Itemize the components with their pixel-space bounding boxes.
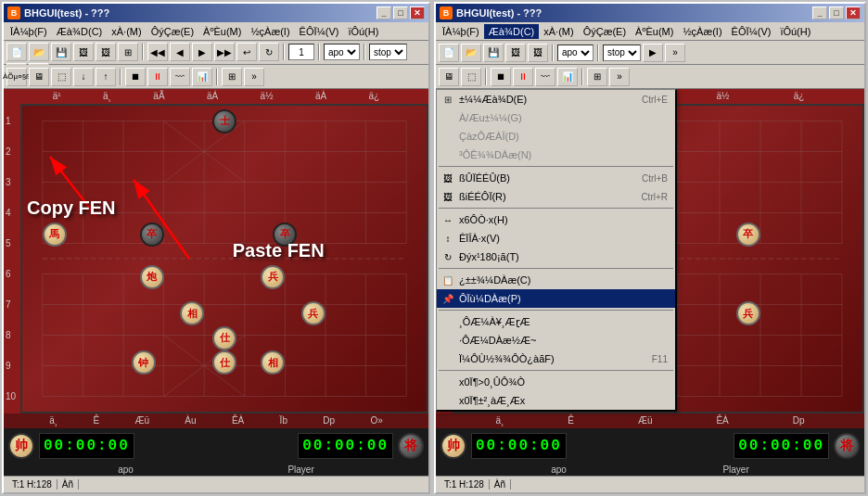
piece-black-pawn1[interactable]: 卒 xyxy=(140,223,164,247)
dropdown-item-7[interactable]: ↕ ÊÏÎÀ·x(V) xyxy=(437,229,675,248)
right-menu-move[interactable]: xÀ·(M) xyxy=(539,24,578,39)
right-tb2-b5[interactable]: 〰 xyxy=(535,68,555,86)
left-menu-view[interactable]: ÊÔÏ¼(V) xyxy=(295,24,344,39)
left-tb-b2[interactable]: 🖼 xyxy=(96,43,116,61)
right-menu-engine[interactable]: ÔýÇæ(E) xyxy=(579,24,631,39)
right-engine-select[interactable]: apo xyxy=(557,45,594,61)
left-tb2-b1[interactable]: ÀÕµ¤§ß xyxy=(6,68,27,86)
right-tb-save[interactable]: 💾 xyxy=(483,44,504,62)
left-close-btn[interactable]: ✕ xyxy=(410,6,425,19)
right-maximize-btn[interactable]: □ xyxy=(829,6,844,19)
right-tb-b1[interactable]: 🖼 xyxy=(505,44,526,62)
right-mode-select[interactable]: stop xyxy=(603,45,641,61)
left-menu-engine[interactable]: ÔýÇæ(E) xyxy=(147,24,198,39)
left-menu-move[interactable]: xÀ·(M) xyxy=(107,24,146,39)
right-menu-view[interactable]: ÊÔÏ¼(V) xyxy=(727,24,776,39)
left-tb2-b3[interactable]: ⬚ xyxy=(51,68,71,86)
dropdown-item-6[interactable]: ↔ x6ÔÒ·x(H) xyxy=(437,210,675,229)
left-tb2-b5[interactable]: ↑ xyxy=(96,68,116,86)
dropdown-item-12[interactable]: x0Ï¶>0¸ÛÔ¾Ò xyxy=(437,373,675,391)
right-piece-soldier[interactable]: 卒 xyxy=(736,223,760,247)
left-tb-b3[interactable]: ⊞ xyxy=(118,43,138,61)
left-tb2-b8[interactable]: 〰 xyxy=(170,68,190,86)
left-tb-b6[interactable]: ▶ xyxy=(192,43,212,61)
left-maximize-btn[interactable]: □ xyxy=(393,6,408,19)
piece-red-guard1[interactable]: 仕 xyxy=(212,326,236,350)
right-timer-bar: 帅 00:00:00 00:00:00 将 xyxy=(436,428,864,464)
left-menu-file[interactable]: ÏÀ¼þ(F) xyxy=(6,24,52,39)
left-move-input[interactable] xyxy=(288,44,314,60)
dropdown-item-10[interactable]: ·ÔÆ¼DÀæ½Æ~ xyxy=(437,331,675,350)
right-piece-bing[interactable]: 兵 xyxy=(736,301,760,325)
left-tb2-b7[interactable]: ⏸ xyxy=(147,68,168,86)
dropdown-item-13[interactable]: x0Ï¶±²¸àÆ¸Æx xyxy=(437,391,675,410)
right-tb-overflow[interactable]: » xyxy=(665,44,685,62)
right-tb2-overflow[interactable]: » xyxy=(609,68,630,86)
piece-black-soldier[interactable]: 士 xyxy=(212,109,236,134)
right-tb-new[interactable]: 📄 xyxy=(439,44,459,62)
right-tb-go[interactable]: ▶ xyxy=(643,44,663,62)
left-tb-b5[interactable]: ◀ xyxy=(170,43,190,61)
piece-red-elephant2[interactable]: 相 xyxy=(261,350,285,375)
dropdown-item-copy[interactable]: 📋 ¿±±¾¼DÀæ(C) xyxy=(437,271,675,289)
left-tb2-b9[interactable]: 📊 xyxy=(192,68,212,86)
right-tb2-b4[interactable]: ⏸ xyxy=(513,68,533,86)
left-tb-b9[interactable]: ↻ xyxy=(259,43,279,61)
left-minimize-btn[interactable]: _ xyxy=(377,6,391,19)
left-menu-help[interactable]: ïÔú(H) xyxy=(343,24,383,39)
left-tb2-b6[interactable]: ⏹ xyxy=(125,68,146,86)
dropdown-item-0[interactable]: ⊞ ±¼¼Æà¾D(E) Ctrl+E xyxy=(437,90,675,108)
dropdown-item-3: ³ÔÊ¾¾DÀæ(N) xyxy=(437,146,675,164)
left-tb2-b2[interactable]: 🖥 xyxy=(29,68,49,86)
left-title-bar: B BHGUI(test) - ??? _ □ ✕ xyxy=(4,4,428,22)
right-tb2-b3[interactable]: ⏹ xyxy=(491,68,511,86)
dropdown-item-8[interactable]: ↻ Ðýx¹180¡ã(T) xyxy=(437,248,675,266)
left-menu-options[interactable]: ÀºÈu(M) xyxy=(198,24,246,39)
left-tb-b1[interactable]: 🖼 xyxy=(73,43,94,61)
left-tb-b7[interactable]: ▶▶ xyxy=(214,43,235,61)
left-tb2-b10[interactable]: ⊞ xyxy=(222,68,242,86)
left-tb-new[interactable]: 📄 xyxy=(6,43,27,61)
piece-red-guard2[interactable]: 仕 xyxy=(212,350,236,375)
right-tb-open[interactable]: 📂 xyxy=(461,44,481,62)
right-tb2-b1[interactable]: 🖥 xyxy=(439,68,459,86)
left-engine-select[interactable]: apo xyxy=(324,44,360,60)
piece-red-soldier2[interactable]: 兵 xyxy=(301,301,326,325)
left-tb2-b4[interactable]: ↓ xyxy=(73,68,94,86)
right-tb2-b6[interactable]: 📊 xyxy=(557,68,578,86)
right-status-text: T:1 H:128 xyxy=(440,479,490,490)
right-menu-options[interactable]: ÀºÈu(M) xyxy=(631,24,678,39)
left-menu-book[interactable]: ½çÀæ(I) xyxy=(246,24,294,39)
right-close-btn[interactable]: ✕ xyxy=(846,6,861,19)
left-tb-b4[interactable]: ◀◀ xyxy=(147,43,168,61)
piece-red-horse[interactable]: 馬 xyxy=(43,223,67,247)
right-minimize-btn[interactable]: _ xyxy=(812,6,827,19)
left-tb-b8[interactable]: ↩ xyxy=(236,43,257,61)
right-tb2-b2[interactable]: ⬚ xyxy=(461,68,481,86)
piece-red-cannon[interactable]: 炮 xyxy=(140,265,164,289)
dropdown-item-4[interactable]: 🖼 ßÛÏÉÉÛ(B) Ctrl+B xyxy=(437,169,675,187)
dropdown-item-5[interactable]: 🖼 ßiÉÉÔÏ(R) Ctrl+R xyxy=(437,187,675,206)
left-mode-select[interactable]: stop xyxy=(369,44,407,60)
left-tb2-overflow[interactable]: » xyxy=(244,68,264,86)
left-chess-board[interactable]: 士 馬 卒 卒 炮 兵 相 仕 钟 仕 相 xyxy=(20,104,428,413)
piece-red-soldier1[interactable]: 兵 xyxy=(261,265,285,289)
dropdown-item-paste[interactable]: 📌 ÔÏù¼DÀæ(P) xyxy=(437,289,675,308)
right-tb2-b7[interactable]: ⊞ xyxy=(587,68,607,86)
dropdown-shortcut-4: Ctrl+B xyxy=(642,173,668,184)
right-menu-edit[interactable]: Æà¾D(C) xyxy=(484,24,540,39)
piece-red-elephant[interactable]: 相 xyxy=(180,301,204,325)
dropdown-item-9[interactable]: ¸ÔÆ¼À¥¸ÆɽÆ xyxy=(437,312,675,331)
right-menu-file[interactable]: ÏÀ¼þ(F) xyxy=(438,24,484,39)
right-tb-b2[interactable]: 🖼 xyxy=(528,44,548,62)
dropdown-item-11[interactable]: Ï¼ÔÙ½¾¾ÔÒ¿àãF) F11 xyxy=(437,350,675,368)
right-timer-right: 00:00:00 xyxy=(734,433,829,459)
left-menu-edit[interactable]: Æà¾D(C) xyxy=(52,24,108,39)
right-menu-book[interactable]: ½çÀæ(I) xyxy=(678,24,726,39)
right-window: B BHGUI(test) - ??? _ □ ✕ ÏÀ¼þ(F) Æà¾D(C… xyxy=(434,2,866,494)
left-tb-save[interactable]: 💾 xyxy=(51,43,71,61)
piece-red-king[interactable]: 钟 xyxy=(132,350,156,375)
left-tb-open[interactable]: 📂 xyxy=(29,43,49,61)
piece-black-pawn2[interactable]: 卒 xyxy=(273,223,297,247)
right-menu-help[interactable]: ïÔú(H) xyxy=(775,24,815,39)
